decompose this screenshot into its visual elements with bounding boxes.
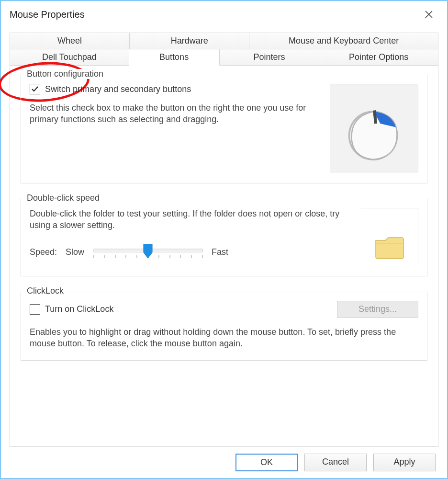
speed-control-row: Speed: Slow Fast xyxy=(30,245,351,260)
groupbox-legend: ClickLock xyxy=(25,286,66,296)
cancel-button[interactable]: Cancel xyxy=(304,454,367,471)
client-area: Wheel Hardware Mouse and Keyboard Center… xyxy=(1,28,447,478)
groupbox-legend: Button configuration xyxy=(25,69,105,79)
tab-row-1: Wheel Hardware Mouse and Keyboard Center xyxy=(10,33,438,49)
groupbox-button-configuration: Button configuration Switch primary and … xyxy=(21,75,427,183)
window-title: Mouse Properties xyxy=(10,9,85,20)
close-button[interactable] xyxy=(418,4,439,25)
groupbox-double-click-speed: Double-click speed Double-click the fold… xyxy=(21,199,427,276)
tab-row-2: Dell Touchpad Buttons Pointers Pointer O… xyxy=(10,49,438,66)
tabs-container: Wheel Hardware Mouse and Keyboard Center… xyxy=(10,33,438,66)
clicklock-settings-button: Settings... xyxy=(337,301,418,318)
close-icon xyxy=(425,11,433,18)
tab-hardware[interactable]: Hardware xyxy=(130,33,249,49)
ok-button[interactable]: OK xyxy=(235,454,298,471)
folder-icon xyxy=(374,235,405,262)
groupbox-clicklock: ClickLock Turn on ClickLock Settings... … xyxy=(21,292,427,361)
tab-label: Pointers xyxy=(253,52,285,62)
switch-buttons-row: Switch primary and secondary buttons xyxy=(30,84,321,94)
slider-thumb[interactable] xyxy=(142,244,154,259)
apply-button[interactable]: Apply xyxy=(373,454,436,471)
tab-dell-touchpad[interactable]: Dell Touchpad xyxy=(10,49,129,66)
double-click-test-area[interactable] xyxy=(361,208,418,265)
tab-buttons[interactable]: Buttons xyxy=(129,49,220,66)
slow-label: Slow xyxy=(66,247,84,257)
tab-label: Dell Touchpad xyxy=(42,52,97,62)
titlebar: Mouse Properties xyxy=(1,1,447,28)
clicklock-label: Turn on ClickLock xyxy=(45,304,113,314)
tab-pointers[interactable]: Pointers xyxy=(220,49,320,66)
tab-mouse-keyboard-center[interactable]: Mouse and Keyboard Center xyxy=(249,33,438,49)
tab-label: Hardware xyxy=(171,36,208,46)
double-click-speed-slider[interactable] xyxy=(93,245,203,260)
speed-label: Speed: xyxy=(30,247,57,257)
dialog-button-row: OK Cancel Apply xyxy=(10,447,438,471)
mouse-preview xyxy=(330,84,418,172)
clicklock-checkbox[interactable] xyxy=(30,304,40,315)
tab-label: Mouse and Keyboard Center xyxy=(289,36,399,46)
tab-panel-buttons: Button configuration Switch primary and … xyxy=(10,65,438,447)
switch-buttons-label: Switch primary and secondary buttons xyxy=(45,84,191,94)
clicklock-check-row: Turn on ClickLock xyxy=(30,304,113,315)
tab-label: Buttons xyxy=(159,52,189,62)
tab-label: Pointer Options xyxy=(349,52,408,62)
tab-wheel[interactable]: Wheel xyxy=(10,33,130,49)
groupbox-legend: Double-click speed xyxy=(25,193,101,203)
fast-label: Fast xyxy=(212,247,228,257)
mouse-icon xyxy=(338,92,410,164)
tab-pointer-options[interactable]: Pointer Options xyxy=(319,49,438,66)
check-icon xyxy=(31,85,39,93)
tab-label: Wheel xyxy=(57,36,82,46)
mouse-properties-window: Mouse Properties Wheel Hardware Mouse an… xyxy=(0,0,448,479)
switch-buttons-description: Select this check box to make the button… xyxy=(30,102,321,125)
clicklock-description: Enables you to highlight or drag without… xyxy=(30,326,418,350)
switch-buttons-checkbox[interactable] xyxy=(30,84,40,94)
double-click-description: Double-click the folder to test your set… xyxy=(30,208,351,231)
